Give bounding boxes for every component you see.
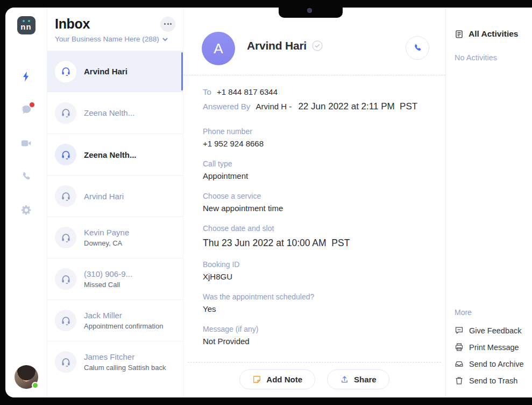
field-label: Booking ID xyxy=(203,260,429,269)
field-date-slot: Choose date and slot Thu 23 Jun 2022 at … xyxy=(203,224,429,249)
business-name-label: Your Business Name Here (288) xyxy=(55,35,159,43)
list-item[interactable]: Arvind Hari xyxy=(47,175,183,217)
feedback-icon xyxy=(455,326,464,335)
archive-icon xyxy=(455,359,464,368)
conversation-list: Arvind Hari Zeena Nelth... Zeena Nelth..… xyxy=(47,51,183,397)
conversation-preview: Appointment confirmation xyxy=(84,322,163,330)
ellipsis-icon[interactable] xyxy=(160,17,175,32)
contact-name: Zeena Nelth... xyxy=(84,150,137,159)
contact-name: Jack Miller xyxy=(84,311,163,320)
list-item[interactable]: (310) 906-9... Missed Call xyxy=(47,258,183,299)
inbox-title: Inbox xyxy=(55,16,90,32)
contact-name: Arvind Hari xyxy=(84,192,124,201)
field-call-type: Call type Appointment xyxy=(203,159,429,180)
all-activities-button[interactable]: All Activities xyxy=(455,29,528,39)
send-to-trash-label: Send to Trash xyxy=(469,376,517,385)
more-section: More Give Feedback Print Message Send to… xyxy=(455,308,528,389)
settings-icon[interactable] xyxy=(20,204,33,217)
give-feedback-label: Give Feedback xyxy=(469,326,522,335)
contact-name-heading: Arvind Hari xyxy=(247,39,307,52)
field-value: New appointment time xyxy=(203,204,429,213)
send-to-trash-button[interactable]: Send to Trash xyxy=(455,372,528,389)
contact-name: (310) 906-9... xyxy=(84,269,132,278)
field-label: Phone number xyxy=(203,127,429,136)
send-to-archive-label: Send to Archive xyxy=(469,360,524,368)
field-value: +1 952 924 8668 xyxy=(203,139,429,148)
logo-dot xyxy=(23,20,25,22)
share-button[interactable]: Share xyxy=(327,369,389,389)
contact-name: Zeena Nelth... xyxy=(84,108,134,117)
chevron-down-icon xyxy=(162,37,168,42)
list-item[interactable]: Jack Miller Appointment confirmation xyxy=(47,299,183,341)
app-logo[interactable]: nn xyxy=(17,16,36,34)
print-message-label: Print Message xyxy=(469,343,519,352)
document-icon xyxy=(455,30,464,39)
share-icon xyxy=(340,375,349,384)
list-item[interactable]: Arvind Hari xyxy=(47,51,183,92)
field-scheduled: Was the appointment scheduled? Yes xyxy=(203,292,429,313)
add-note-button[interactable]: Add Note xyxy=(239,369,315,389)
phone-icon xyxy=(413,43,423,53)
send-to-archive-button[interactable]: Send to Archive xyxy=(455,355,528,372)
field-message: Message (if any) Not Provided xyxy=(203,325,429,346)
app-window: nn xyxy=(5,8,532,397)
add-note-label: Add Note xyxy=(266,375,302,384)
conversation-preview: Downey, CA xyxy=(84,239,129,247)
list-item[interactable]: Zeena Nelth... xyxy=(47,92,183,134)
list-item[interactable]: Zeena Nelth... xyxy=(47,134,183,175)
field-value: Thu 23 Jun 2022 at 10:00 AM PST xyxy=(203,238,429,249)
answered-by-value: Arvind H - xyxy=(256,102,292,111)
answered-date: 22 Jun 2022 at 2:11 PM PST xyxy=(298,101,417,111)
headset-icon xyxy=(55,227,76,248)
answered-by-field: Answered By Arvind H - 22 Jun 2022 at 2:… xyxy=(203,101,429,112)
field-value: XjH8GU xyxy=(203,272,429,281)
list-item[interactable]: James Fitcher Calum calling Sattish back xyxy=(47,341,183,382)
headset-icon xyxy=(55,61,76,82)
headset-icon xyxy=(55,102,76,124)
chat-icon[interactable] xyxy=(20,103,33,116)
flash-icon[interactable] xyxy=(20,70,33,83)
to-field: To +1 844 817 6344 xyxy=(203,87,429,96)
field-label: Message (if any) xyxy=(203,325,429,333)
field-phone-number: Phone number +1 952 924 8668 xyxy=(203,127,429,148)
logo-text: nn xyxy=(20,23,31,34)
share-label: Share xyxy=(354,375,377,384)
contact-name: Kevin Payne xyxy=(84,228,129,237)
headset-icon xyxy=(55,268,76,290)
contact-avatar: A xyxy=(202,32,235,65)
note-icon xyxy=(252,375,261,384)
field-label: Choose date and slot xyxy=(203,224,429,233)
answered-by-label: Answered By xyxy=(203,102,250,111)
logo-dot xyxy=(28,20,30,22)
field-value: Yes xyxy=(203,304,429,313)
more-label: More xyxy=(455,308,528,317)
print-message-button[interactable]: Print Message xyxy=(455,339,528,355)
nav-icons xyxy=(20,70,33,217)
phone-icon[interactable] xyxy=(20,170,33,183)
headset-icon xyxy=(55,351,76,373)
field-value: Appointment xyxy=(203,171,429,180)
printer-icon xyxy=(455,343,464,352)
call-details: To +1 844 817 6344 Answered By Arvind H … xyxy=(183,75,445,362)
online-status-dot xyxy=(32,382,39,389)
verified-check-icon xyxy=(312,40,323,51)
conversation-preview: Missed Call xyxy=(84,281,132,289)
notification-badge xyxy=(29,102,35,108)
field-booking-id: Booking ID XjH8GU xyxy=(203,260,429,281)
to-label: To xyxy=(203,87,211,96)
to-value: +1 844 817 6344 xyxy=(217,87,278,96)
call-button[interactable] xyxy=(406,36,429,60)
business-name-dropdown[interactable]: Your Business Name Here (288) xyxy=(55,35,175,43)
conversation-panel: A Arvind Hari To +1 844 817 6344 Answere… xyxy=(183,8,445,397)
field-service: Choose a service New appointment time xyxy=(203,192,429,213)
list-item[interactable]: Kevin Payne Downey, CA xyxy=(47,217,183,258)
conversation-footer: Add Note Share xyxy=(188,362,441,397)
laptop-frame: nn xyxy=(0,0,532,405)
video-icon[interactable] xyxy=(20,137,33,150)
give-feedback-button[interactable]: Give Feedback xyxy=(455,322,528,339)
user-avatar[interactable] xyxy=(15,365,38,389)
contact-name: Arvind Hari xyxy=(84,67,127,76)
field-label: Call type xyxy=(203,159,429,168)
field-label: Choose a service xyxy=(203,192,429,200)
field-label: Was the appointment scheduled? xyxy=(203,292,429,301)
